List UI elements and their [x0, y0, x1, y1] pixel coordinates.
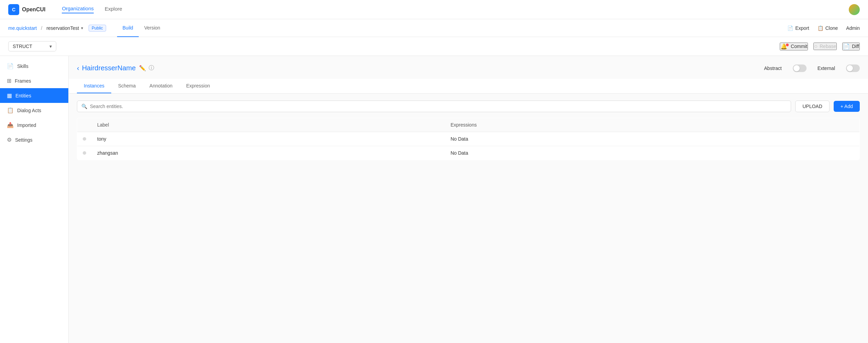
toolbar-row: STRUCT ▾ 🔔 Commit ○ Rebase 📄 Diff [0, 37, 868, 56]
settings-icon: ⚙ [7, 137, 12, 143]
entity-tabs: Instances Schema Annotation Expression [69, 79, 868, 94]
search-input[interactable] [90, 104, 787, 109]
row-label-tony: tony [92, 132, 445, 146]
admin-button[interactable]: Admin [846, 25, 860, 31]
sidebar-item-dialog-acts[interactable]: 📋 Dialog Acts [0, 103, 68, 118]
nav-explore[interactable]: Explore [105, 6, 122, 13]
breadcrumb-project[interactable]: reservationTest ▾ [46, 25, 83, 31]
external-label: External [818, 66, 835, 71]
search-icon: 🔍 [81, 104, 87, 109]
sub-nav-tabs: Build Version [117, 19, 166, 37]
sidebar-item-imported[interactable]: 📥 Imported [0, 118, 68, 132]
admin-label: Admin [846, 25, 860, 31]
clone-button[interactable]: 📋 Clone [818, 25, 838, 31]
diff-icon: 📄 [843, 43, 850, 50]
sidebar-label-frames: Frames [15, 78, 31, 84]
add-button[interactable]: + Add [834, 101, 860, 112]
tab-build[interactable]: Build [117, 19, 139, 37]
tab-annotation[interactable]: Annotation [142, 79, 179, 93]
sidebar-label-imported: Imported [17, 122, 36, 128]
tab-instances[interactable]: Instances [77, 79, 111, 93]
struct-label: STRUCT [13, 44, 32, 49]
table-header-row: Label Expressions [77, 118, 860, 132]
diff-label: Diff [852, 44, 859, 49]
diff-button[interactable]: 📄 Diff [842, 43, 860, 50]
search-actions: 🔍 UPLOAD + Add [77, 100, 860, 112]
user-avatar[interactable] [849, 4, 860, 15]
struct-select[interactable]: STRUCT ▾ [8, 41, 56, 51]
top-nav: C OpenCUI Organizations Explore [0, 0, 868, 19]
table-header-label: Label [92, 118, 445, 132]
entity-table: Label Expressions tony No Data zhangsan … [77, 118, 860, 160]
logo-icon: C [8, 4, 19, 15]
rebase-icon: ○ [814, 43, 818, 49]
sub-nav: me.quickstart / reservationTest ▾ Public… [0, 19, 868, 37]
table-header-expressions: Expressions [445, 118, 859, 132]
chevron-down-icon: ▾ [81, 26, 83, 31]
project-name: reservationTest [46, 25, 79, 31]
search-box[interactable]: 🔍 [77, 100, 791, 112]
sidebar-label-settings: Settings [15, 137, 33, 143]
back-button[interactable]: ‹ [77, 64, 79, 72]
export-label: Export [795, 25, 809, 31]
row-expressions-tony: No Data [445, 132, 859, 146]
sub-nav-actions: 📄 Export 📋 Clone Admin [787, 25, 860, 31]
tab-version[interactable]: Version [139, 19, 166, 37]
tab-schema[interactable]: Schema [111, 79, 142, 93]
struct-chevron-icon: ▾ [49, 44, 52, 49]
row-label-zhangsan: zhangsan [92, 146, 445, 160]
export-button[interactable]: 📄 Export [787, 25, 809, 31]
nav-organizations[interactable]: Organizations [62, 5, 94, 13]
external-toggle[interactable] [846, 64, 860, 72]
entity-title: HairdresserName [82, 64, 136, 72]
commit-button[interactable]: 🔔 Commit [780, 43, 808, 50]
rebase-button: ○ Rebase [813, 43, 837, 50]
abstract-toggle[interactable] [793, 64, 807, 72]
main-layout: 📄 Skills ⊞ Frames ▦ Entities 📋 Dialog Ac… [0, 56, 868, 343]
info-icon[interactable]: ⓘ [149, 64, 154, 72]
entity-header: ‹ HairdresserName ✏️ ⓘ Abstract External [77, 64, 860, 72]
skills-icon: 📄 [7, 63, 14, 69]
rebase-label: Rebase [820, 44, 836, 49]
entity-toggles: Abstract External [764, 64, 860, 72]
app-name: OpenCUI [22, 7, 45, 13]
edit-icon[interactable]: ✏️ [139, 65, 146, 71]
upload-button[interactable]: UPLOAD [795, 100, 830, 112]
row-indicator-cell [77, 146, 92, 160]
breadcrumb-separator: / [41, 25, 42, 31]
entities-icon: ▦ [7, 92, 12, 99]
sidebar-label-skills: Skills [17, 63, 28, 69]
abstract-label: Abstract [764, 66, 781, 71]
logo-area[interactable]: C OpenCUI [8, 4, 45, 15]
sidebar-label-dialog-acts: Dialog Acts [17, 108, 41, 113]
sidebar-item-settings[interactable]: ⚙ Settings [0, 132, 68, 147]
row-indicator-cell [77, 132, 92, 146]
export-icon: 📄 [787, 25, 793, 31]
sidebar: 📄 Skills ⊞ Frames ▦ Entities 📋 Dialog Ac… [0, 56, 69, 343]
clone-icon: 📋 [818, 25, 823, 31]
dialog-acts-icon: 📋 [7, 107, 14, 114]
commit-notification-dot [786, 44, 789, 46]
row-indicator [83, 151, 86, 155]
content-area: ‹ HairdresserName ✏️ ⓘ Abstract External… [69, 56, 868, 343]
table-header-indicator [77, 118, 92, 132]
clone-label: Clone [825, 25, 838, 31]
sidebar-item-entities[interactable]: ▦ Entities [0, 88, 68, 103]
sidebar-item-frames[interactable]: ⊞ Frames [0, 73, 68, 88]
frames-icon: ⊞ [7, 78, 11, 84]
table-row[interactable]: zhangsan No Data [77, 146, 860, 160]
commit-label: Commit [791, 44, 807, 49]
row-indicator [83, 137, 86, 141]
tab-expression[interactable]: Expression [179, 79, 217, 93]
imported-icon: 📥 [7, 122, 14, 128]
commit-icon: 🔔 [780, 43, 789, 50]
public-badge: Public [89, 25, 106, 32]
sidebar-item-skills[interactable]: 📄 Skills [0, 59, 68, 73]
row-expressions-zhangsan: No Data [445, 146, 859, 160]
sidebar-label-entities: Entities [15, 93, 31, 98]
breadcrumb-me-quickstart[interactable]: me.quickstart [8, 25, 37, 31]
table-row[interactable]: tony No Data [77, 132, 860, 146]
